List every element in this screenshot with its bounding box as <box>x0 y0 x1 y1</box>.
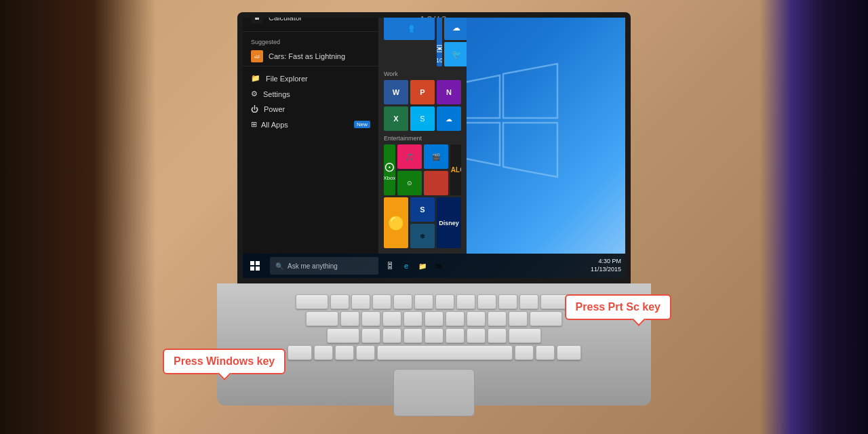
disney-tile[interactable]: Disney <box>437 197 461 248</box>
key-menu <box>536 345 555 360</box>
start-item-calculator[interactable]: 🖩 Calculator <box>243 18 378 27</box>
people-tile-icon: 👥 <box>404 23 414 33</box>
onedrive2-tile-icon: ☁ <box>446 115 452 123</box>
cars-icon: 🏎 <box>251 50 263 62</box>
key-i <box>477 294 496 309</box>
onedrive-tile[interactable]: ☁ <box>444 18 467 40</box>
xbox-label: Xbox <box>384 175 395 181</box>
excel-tile[interactable]: X <box>384 106 408 131</box>
powerpoint-tile[interactable]: P <box>410 80 435 104</box>
start-menu-left: 👤 Miranda Vance Most used W Word ✉ <box>243 18 378 254</box>
file-explorer-label: File Explorer <box>266 75 308 83</box>
extra-tile[interactable] <box>424 171 448 195</box>
xbox-icon: ⊙ <box>384 159 395 175</box>
time-display: 4:30 PM <box>591 258 621 266</box>
laptop-screen: 🔍 Ask me anything 🎛 e 📁 🛍 4:30 PM 11/13/… <box>243 18 625 278</box>
key-j <box>467 311 486 326</box>
keyboard-row-bottom <box>237 345 631 360</box>
new-badge: New <box>354 121 370 128</box>
key-fn <box>314 345 333 360</box>
key-e <box>372 294 391 309</box>
key-d <box>382 311 401 326</box>
key-g <box>425 311 443 326</box>
power-item[interactable]: ⏻ Power <box>243 102 378 117</box>
key-l <box>509 311 528 326</box>
minions-icon: 🟡 <box>388 215 405 231</box>
date-display: 11/13/2015 <box>591 266 621 274</box>
windows-key-text: Press Windows key <box>174 355 275 367</box>
work-label: Work <box>384 71 461 77</box>
key-capslock <box>306 311 338 326</box>
settings-item[interactable]: ⚙ Settings <box>243 86 378 102</box>
explorer-icon[interactable]: 📁 <box>416 260 429 272</box>
taskbar-right: 4:30 PM 11/13/2015 <box>591 258 625 273</box>
key-r <box>393 294 412 309</box>
start-item-cars[interactable]: 🏎 Cars: Fast as Lightning <box>243 47 378 66</box>
divider-1 <box>243 31 378 32</box>
halo-label: HALO <box>450 166 462 174</box>
keyboard-row-3 <box>237 328 631 343</box>
start-menu-tiles: Life at a glance Welcome Miranda! How ca… <box>378 18 467 254</box>
mail-tile[interactable]: ✉ 10 <box>437 18 442 66</box>
store-icon[interactable]: 🛍 <box>433 260 445 272</box>
key-ralt <box>515 345 534 360</box>
taskbar: 🔍 Ask me anything 🎛 e 📁 🛍 4:30 PM 11/13/… <box>243 254 625 278</box>
start-bottom: 📁 File Explorer ⚙ Settings ⏻ Power <box>243 66 378 132</box>
key-n <box>467 328 486 343</box>
apps-icon: ⊞ <box>251 120 257 129</box>
mail-count: 10 <box>437 57 442 64</box>
frozen-tile[interactable]: ❄ <box>410 224 435 248</box>
calculator-label: Calculator <box>269 18 302 22</box>
edge-icon[interactable]: e <box>400 260 412 272</box>
key-h <box>446 311 465 326</box>
key-p <box>519 294 538 309</box>
key-space <box>377 345 513 360</box>
groove-icon: 🎵 <box>406 153 414 161</box>
halo-tile[interactable]: HALO <box>450 144 462 195</box>
onedrive2-tile[interactable]: ☁ <box>437 106 461 131</box>
key-rctrl <box>557 345 581 360</box>
key-a <box>340 311 359 326</box>
minions-tile[interactable]: 🟡 <box>384 197 408 248</box>
touchpad[interactable] <box>393 369 475 416</box>
key-rshift <box>509 328 541 343</box>
twitter-tile[interactable]: 🐦 <box>444 42 467 66</box>
skype-tile[interactable]: S <box>410 106 435 131</box>
groove-tile[interactable]: 🎵 <box>397 144 422 169</box>
key-f <box>403 311 422 326</box>
people-tile[interactable]: 👥 <box>384 18 435 40</box>
onenote-tile[interactable]: N <box>437 80 461 104</box>
file-explorer-item[interactable]: 📁 File Explorer <box>243 71 378 86</box>
search-bar[interactable]: 🔍 Ask me anything <box>270 257 378 275</box>
key-w <box>351 294 370 309</box>
disney-label: Disney <box>439 220 459 226</box>
folder-icon: 📁 <box>251 74 260 83</box>
skype-tile-icon: S <box>420 115 425 123</box>
word-tile[interactable]: W <box>384 80 408 104</box>
movies-tile[interactable]: 🎬 <box>424 144 448 169</box>
all-apps-item[interactable]: ⊞ All Apps New <box>243 117 378 132</box>
settings-icon: ⚙ <box>251 90 258 98</box>
windows-key-callout: Press Windows key <box>163 349 285 374</box>
frozen-icon: ❄ <box>420 233 425 240</box>
key-k <box>488 311 507 326</box>
key-q <box>330 294 349 309</box>
search-placeholder-text: Ask me anything <box>288 262 338 270</box>
xbox2-tile[interactable]: ⊙ <box>397 171 422 195</box>
shazam-tile[interactable]: S <box>410 197 435 222</box>
taskbar-icon-group: 🎛 e 📁 🛍 <box>384 260 445 272</box>
key-u <box>456 294 475 309</box>
windows-icon <box>250 261 260 271</box>
cars-label: Cars: Fast as Lightning <box>269 52 345 60</box>
start-button[interactable] <box>243 254 267 278</box>
word-tile-icon: W <box>393 88 399 96</box>
clock: 4:30 PM 11/13/2015 <box>591 258 621 273</box>
key-win <box>335 345 354 360</box>
xbox-tile[interactable]: ⊙ Xbox <box>384 144 395 195</box>
taskview-icon[interactable]: 🎛 <box>384 260 396 272</box>
mail-tile-icon: ✉ <box>437 41 442 57</box>
power-label: Power <box>264 105 285 113</box>
onenote-tile-icon: N <box>446 88 452 96</box>
power-icon: ⏻ <box>251 105 258 113</box>
prtsc-key-callout: Press Prt Sc key <box>565 294 671 320</box>
